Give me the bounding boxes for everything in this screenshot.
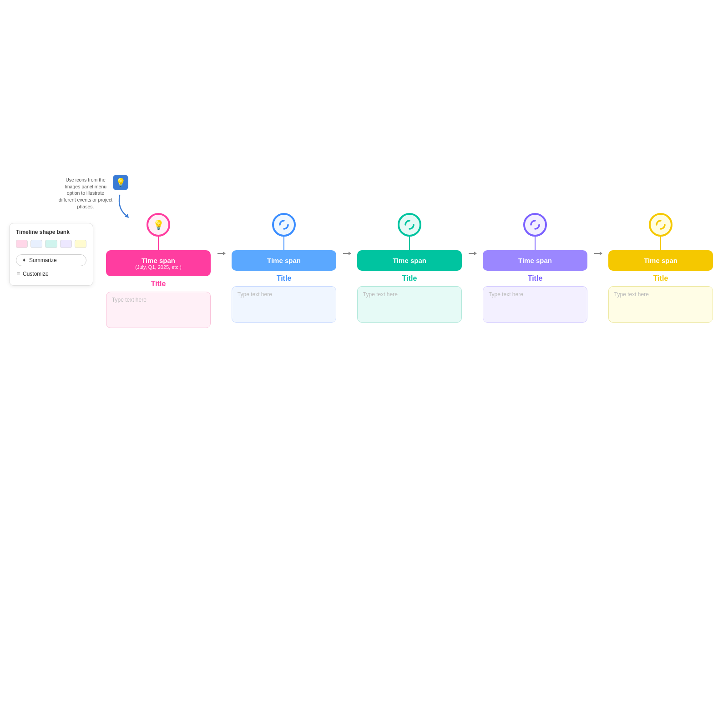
step-5-box[interactable]: Time span [608, 250, 713, 271]
arrow-2 [342, 213, 351, 258]
step-5-box-label: Time span [613, 257, 708, 264]
step-2-icon-svg [278, 218, 290, 231]
step-3-tick [409, 245, 410, 250]
step-1-box-subtitle: (July, Q1, 2025, etc.) [111, 264, 206, 270]
arrow-2-svg [342, 249, 351, 258]
step-1-title: Title [151, 280, 166, 288]
step-4-box-label: Time span [487, 257, 583, 264]
shape-bank-panel: Timeline shape bank ✦ Summarize ≡ Custom… [9, 223, 93, 286]
step-3: Time span Title Type text here [351, 213, 468, 323]
step-1-box-label: Time span [111, 257, 206, 264]
step-5-title: Title [653, 274, 668, 283]
step-2-title: Title [277, 274, 292, 283]
step-3-box-label: Time span [362, 257, 457, 264]
step-4: Time span Title Type text here [477, 213, 593, 323]
arrow-3-svg [468, 249, 477, 258]
instruction-bubble: Use icons from the Images panel menu opt… [58, 177, 113, 210]
instruction-icon: 💡 [113, 175, 128, 190]
summarize-button[interactable]: ✦ Summarize [16, 254, 86, 266]
arrow-4 [593, 213, 602, 258]
sparkle-icon: ✦ [22, 257, 26, 263]
sliders-icon: ≡ [17, 271, 20, 277]
arrow-1-svg [217, 249, 226, 258]
swatch-blue[interactable] [30, 240, 42, 248]
step-1-vline [158, 237, 159, 245]
step-4-box[interactable]: Time span [483, 250, 587, 271]
step-5-tick [660, 245, 661, 250]
step-5: Time span Title Type text here [602, 213, 719, 323]
step-4-icon [523, 213, 547, 237]
step-4-vline [535, 237, 536, 245]
step-3-card[interactable]: Type text here [357, 286, 462, 323]
step-5-card[interactable]: Type text here [608, 286, 713, 323]
timeline-row: 💡 Time span (July, Q1, 2025, etc.) Title… [100, 213, 719, 328]
arrow-1 [217, 213, 226, 258]
step-5-vline [660, 237, 661, 245]
step-4-tick [535, 245, 536, 250]
step-2-vline [283, 237, 284, 245]
step-3-icon-svg [403, 218, 416, 231]
step-4-icon-svg [529, 218, 541, 231]
swatch-yellow[interactable] [75, 240, 86, 248]
step-5-icon [649, 213, 672, 237]
step-3-box[interactable]: Time span [357, 250, 462, 271]
step-1-card[interactable]: Type text here [106, 292, 211, 328]
step-3-title: Title [402, 274, 417, 283]
lightbulb-step-icon: 💡 [153, 219, 164, 230]
shape-bank-title: Timeline shape bank [16, 229, 86, 235]
step-1-icon: 💡 [147, 213, 170, 237]
step-3-icon [398, 213, 421, 237]
shape-swatches [16, 240, 86, 248]
step-4-card[interactable]: Type text here [483, 286, 587, 323]
step-2-box-label: Time span [236, 257, 332, 264]
swatch-pink[interactable] [16, 240, 28, 248]
timeline-area: 💡 Time span (July, Q1, 2025, etc.) Title… [100, 213, 719, 328]
lightbulb-icon: 💡 [116, 177, 126, 187]
step-5-icon-svg [654, 218, 667, 231]
step-2-icon [272, 213, 296, 237]
swatch-purple[interactable] [60, 240, 72, 248]
step-1: 💡 Time span (July, Q1, 2025, etc.) Title… [100, 213, 217, 328]
step-2-tick [283, 245, 284, 250]
step-1-box[interactable]: Time span (July, Q1, 2025, etc.) [106, 250, 211, 276]
step-2-box[interactable]: Time span [232, 250, 336, 271]
swatch-teal[interactable] [45, 240, 57, 248]
step-1-tick [158, 245, 159, 250]
arrow-4-svg [593, 249, 602, 258]
step-3-vline [409, 237, 410, 245]
customize-button[interactable]: ≡ Customize [16, 269, 50, 279]
step-4-title: Title [528, 274, 543, 283]
step-2: Time span Title Type text here [226, 213, 342, 323]
step-2-card[interactable]: Type text here [232, 286, 336, 323]
arrow-3 [468, 213, 477, 258]
